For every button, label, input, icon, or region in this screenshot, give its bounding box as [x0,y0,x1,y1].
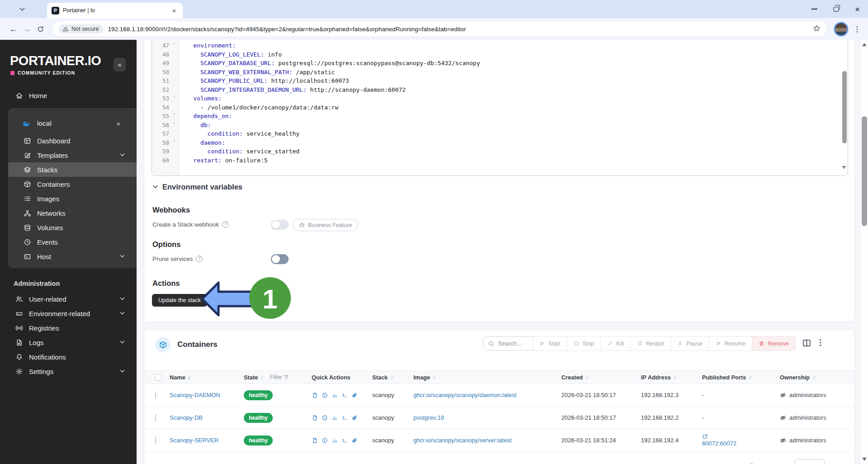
browser-tab[interactable]: P Portainer | lo × [47,3,183,18]
column-header-stack[interactable]: Stack↓↑ [372,374,413,381]
image-link[interactable]: postgres:18 [413,414,444,421]
remove-button[interactable]: Remove [752,336,795,350]
sidebar-collapse-button[interactable]: « [114,58,126,71]
console-icon[interactable] [342,437,348,444]
inspect-icon[interactable] [322,437,328,444]
sidebar-item-stacks[interactable]: Stacks [8,162,137,177]
fold-marker-icon[interactable]: ˇ [169,112,179,121]
window-restore-button[interactable] [834,7,839,12]
window-minimize-button[interactable] [811,9,817,9]
row-checkbox[interactable] [155,391,156,399]
column-header-name[interactable]: Name ↓↑ [170,374,244,381]
table-row[interactable]: Scanopy-DAEMON healthy scanopy ghcr.io/s… [144,384,854,407]
kill-button[interactable]: Kill [600,336,630,350]
browser-back-button[interactable]: ← [6,22,20,36]
sidebar-item-registries[interactable]: Registries [0,321,137,335]
environment-variables-section[interactable]: Environment variables [152,183,242,191]
select-all-checkbox[interactable] [155,374,162,381]
row-checkbox[interactable] [155,414,156,421]
pause-button[interactable]: Pause [670,336,708,350]
webhook-toggle[interactable] [271,220,289,230]
attach-icon[interactable] [351,392,358,398]
sidebar-item-templates[interactable]: Templates [8,148,137,162]
column-header-ports[interactable]: Published Ports↓↑ [702,374,780,381]
inspect-icon[interactable] [322,415,328,421]
resume-button[interactable]: Resume [709,336,752,350]
items-per-page-select[interactable]: 10 [795,459,825,464]
not-secure-chip[interactable]: Not secure [59,24,103,33]
sidebar-item-logs[interactable]: Logs [0,335,137,350]
stats-icon[interactable] [332,392,338,398]
tab-close-icon[interactable]: × [170,7,178,14]
prune-services-toggle[interactable] [271,254,289,264]
container-name-link[interactable]: Scanopy-DAEMON [170,392,220,398]
browser-reload-button[interactable] [33,22,47,36]
console-icon[interactable] [342,392,348,398]
fold-marker-icon[interactable]: ˇ [169,121,179,130]
browser-profile-avatar[interactable] [835,23,847,35]
business-feature-badge[interactable]: Business Feature [293,219,358,231]
help-icon[interactable]: ? [222,221,229,228]
sidebar-item-host[interactable]: Host [8,249,137,264]
fold-marker-icon[interactable]: ˇ [169,41,179,50]
state-filter[interactable]: Filter [270,374,289,380]
scroll-up-icon[interactable] [862,43,867,46]
stats-icon[interactable] [332,437,338,444]
window-close-button[interactable]: × [855,5,860,14]
help-icon[interactable]: ? [196,256,203,262]
column-header-ownership[interactable]: Ownership↓↑ [780,374,854,381]
tab-search-icon[interactable] [17,5,27,14]
inspect-icon[interactable] [322,392,328,398]
sidebar-item-user-related[interactable]: User-related [0,292,137,306]
web-editor[interactable]: 47ˇ environment: 48 SCANOPY_LOG_LEVEL: i… [152,40,848,176]
column-header-image[interactable]: Image↓↑ [413,374,561,381]
table-columns-button[interactable] [802,339,811,349]
sidebar-environment-local[interactable]: local × [8,114,137,133]
fold-marker-icon[interactable]: ˇ [169,138,179,147]
image-link[interactable]: ghcr.io/scanopy/scanopy/daemon:latest [413,392,517,398]
table-row[interactable]: Scanopy-DB healthy scanopy postgres:18 2… [144,407,854,429]
logs-icon[interactable] [312,437,318,444]
sidebar-item-settings[interactable]: Settings [0,364,137,379]
column-header-created[interactable]: Created↓↑ [561,374,641,381]
console-icon[interactable] [342,415,348,421]
logs-icon[interactable] [312,392,318,398]
sidebar-item-events[interactable]: Events [8,235,137,249]
restart-button[interactable]: Restart [630,336,670,350]
attach-icon[interactable] [351,415,358,421]
editor-code[interactable]: 47ˇ environment: 48 SCANOPY_LOG_LEVEL: i… [152,41,841,165]
sidebar-item-images[interactable]: Images [8,191,137,206]
container-name-link[interactable]: Scanopy-DB [170,414,203,421]
page-scrollbar[interactable] [860,40,868,464]
scroll-down-icon[interactable] [862,458,867,461]
browser-forward-button[interactable]: → [20,22,33,36]
column-header-state[interactable]: State ↓↑ Filter [244,374,312,381]
stats-icon[interactable] [332,415,338,421]
fold-marker-icon[interactable]: ˇ [169,94,179,103]
scrollbar-thumb[interactable] [862,116,867,226]
container-name-link[interactable]: Scanopy-SERVER [170,437,218,444]
attach-icon[interactable] [351,437,358,444]
table-row[interactable]: Scanopy-SERVER healthy scanopy ghcr.io/s… [144,429,854,452]
editor-scroll-down-icon[interactable] [842,166,846,169]
sidebar-item-dashboard[interactable]: Dashboard [8,133,137,148]
row-checkbox[interactable] [155,436,156,444]
table-settings-kebab-icon[interactable]: ⋮ [816,338,825,347]
start-button[interactable]: Start [533,336,566,350]
sidebar-item-volumes[interactable]: Volumes [8,220,137,235]
stop-button[interactable]: Stop [567,336,601,350]
logs-icon[interactable] [312,415,318,421]
address-bar[interactable]: Not secure 192.168.1.18:9000/#!/2/docker… [52,21,827,37]
sidebar-item-networks[interactable]: Networks [8,206,137,220]
published-port-link[interactable]: 60072:60072 [702,440,780,447]
environment-close-icon[interactable]: × [116,120,120,128]
bookmark-star-icon[interactable] [813,24,821,34]
sidebar-item-notifications[interactable]: Notifications [0,350,137,364]
browser-menu-icon[interactable]: ⋮ [853,25,862,33]
sidebar-item-containers[interactable]: Containers [8,177,137,191]
sidebar-item-environment-related[interactable]: Environment-related [0,306,137,321]
image-link[interactable]: ghcr.io/scanopy/scanopy/server:latest [413,437,512,444]
sidebar-item-home[interactable]: Home [0,88,137,103]
editor-scrollbar-thumb[interactable] [842,71,847,143]
column-header-ip[interactable]: IP Address↓↑ [641,374,702,381]
